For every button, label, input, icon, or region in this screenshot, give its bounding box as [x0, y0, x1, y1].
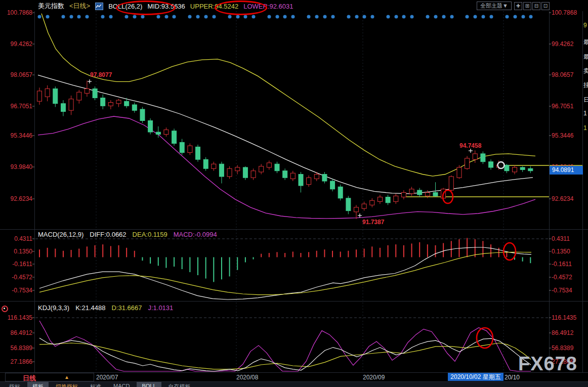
symbol-name: 美元指数 [38, 2, 64, 11]
main-axis-label-right: 92.6234 [552, 195, 573, 202]
kdj-axis-label-right: 86.4912 [552, 329, 573, 336]
indicator-toolbar: 指标模板切换指标标准MACDBOLL自存模板 [0, 381, 588, 387]
zoom-in-icon[interactable]: ⊞ [523, 2, 531, 10]
main-axis-label-right: 95.3446 [552, 132, 573, 139]
kdj-k-value: K:21.4488 [75, 304, 105, 312]
toolbar-tab-6[interactable]: BOLL [137, 382, 161, 387]
macd-axis-label-left: 0.4311 [1, 235, 32, 242]
main-axis-label-left: 95.3446 [1, 132, 32, 139]
quote-panel-clipped-text: 最 [583, 38, 588, 47]
quote-panel-clipped-text: 最 [583, 53, 588, 61]
main-axis-label-left: 93.9840 [1, 163, 32, 170]
kdj-header: KDJ(9,3,3) K:21.4488 D:31.6667 J:1.0131 [38, 304, 173, 312]
kdj-axis-label-left: 27.1866 [1, 358, 32, 365]
kdj-axis-label-left: 116.1435 [1, 314, 32, 321]
date-axis-label: 2020/08 [236, 374, 258, 381]
toolbar-tab-5[interactable]: MACD [108, 382, 135, 387]
macd-axis-label-right: -0.7534 [552, 287, 572, 294]
kdj-axis-label-right: 116.1435 [552, 314, 576, 321]
kdj-axis-label-left: 56.8389 [1, 345, 32, 352]
macd-dea-value: DEA:0.1159 [133, 231, 167, 238]
macd-title[interactable]: MACD(26,12,9) [38, 231, 83, 238]
date-label-next: 20/10 [505, 374, 520, 381]
top-toolbar: 全部主题▼ ✚⊞⊟⊡ [477, 2, 550, 10]
scale-tools: ✚⊞⊟⊡ [514, 2, 550, 10]
kdj-title[interactable]: KDJ(9,3,3) [38, 304, 69, 312]
macd-axis-label-right: -0.1611 [552, 261, 572, 268]
selected-date-badge: 2020/10/02 星期五 [448, 373, 503, 381]
indicator-chart-icon [95, 3, 103, 10]
main-axis-label-right: 98.0657 [552, 71, 573, 78]
toolbar-tab-3[interactable]: 切换指标 [51, 382, 83, 387]
main-axis-label-left: 92.6234 [1, 195, 32, 202]
kdj-axis-label-left: 86.4912 [1, 329, 32, 336]
price-crosshair-badge: 94.0891 [550, 166, 583, 175]
period-expand-icon: ▲ [64, 374, 69, 380]
toolbar-tab-7[interactable]: 自存模板 [163, 382, 196, 387]
macd-diff-value: DIFF:0.0662 [90, 231, 126, 238]
quote-panel-clipped-text: 9 [583, 22, 587, 29]
macd-axis-label-left: -0.1611 [1, 261, 32, 268]
main-axis-label-left: 98.0657 [1, 71, 32, 78]
quote-panel-clipped-text: 1 [583, 110, 587, 117]
annotation-low-91: 91.7387 [362, 219, 384, 226]
annotation-ellipse-mid [116, 1, 176, 15]
kdj-j-value: J:1.0131 [148, 304, 173, 312]
annotation-ellipse-lower [215, 1, 267, 15]
toolbar-tab-4[interactable]: 标准 [85, 382, 106, 387]
date-axis-label: 2020/09 [363, 374, 385, 381]
pan-icon[interactable]: ✚ [514, 2, 522, 10]
date-axis-row: 日线 ▲ 2020/072020/082020/09 2020/10/02 星期… [0, 373, 588, 381]
quote-panel-clipped-text: 卖 [583, 67, 588, 75]
reset-view-icon[interactable]: ⊡ [541, 2, 550, 10]
period-label: <日线> [69, 2, 90, 11]
main-axis-label-left: 96.7051 [1, 103, 32, 110]
main-axis-label-left: 99.4262 [1, 40, 32, 48]
macd-axis-label-left: -0.7534 [1, 287, 32, 294]
trading-app-window: 美元指数 <日线> BOLL(26,2) MID:93.5636 UPPER:9… [0, 0, 588, 387]
macd-axis-label-right: 0.4311 [552, 235, 570, 242]
macd-axis-label-right: 0.1350 [552, 248, 570, 255]
main-axis-label-left: 100.7868 [1, 9, 32, 16]
kdj-indicator-icon[interactable] [2, 306, 8, 312]
quote-panel-clipped-text: 日 [583, 96, 588, 104]
period-selector[interactable]: 日线 ▲ [5, 373, 94, 381]
quote-panel-clipped-text: 1 [583, 124, 587, 132]
macd-axis-label-right: -0.4572 [552, 274, 572, 281]
kdj-axis-label-right: 56.8389 [552, 345, 573, 352]
toolbar-tab-1[interactable]: 指标 [4, 382, 25, 387]
main-axis-label-right: 100.7868 [552, 9, 577, 16]
kdj-d-value: D:31.6667 [111, 304, 142, 312]
macd-header: MACD(26,12,9) DIFF:0.0662 DEA:0.1159 MAC… [38, 231, 217, 238]
chart-canvas[interactable] [0, 0, 588, 387]
fx678-watermark: FX678 [518, 353, 577, 375]
annotation-high-94: 94.7458 [459, 142, 481, 149]
zoom-out-icon[interactable]: ⊟ [532, 2, 540, 10]
quote-panel-clipped-text: 挂 [583, 81, 588, 90]
macd-axis-label-left: 0.1350 [1, 248, 32, 255]
toolbar-tab-2[interactable]: 模板 [27, 382, 49, 387]
main-axis-label-right: 96.7051 [552, 103, 573, 110]
date-axis-label: 2020/07 [96, 374, 118, 381]
annotation-high-97: 97.8077 [90, 71, 112, 78]
main-axis-label-right: 99.4262 [552, 40, 573, 48]
theme-dropdown[interactable]: 全部主题▼ [477, 2, 512, 10]
macd-value: MACD:-0.0994 [174, 231, 217, 238]
macd-axis-label-left: -0.4572 [1, 274, 32, 281]
